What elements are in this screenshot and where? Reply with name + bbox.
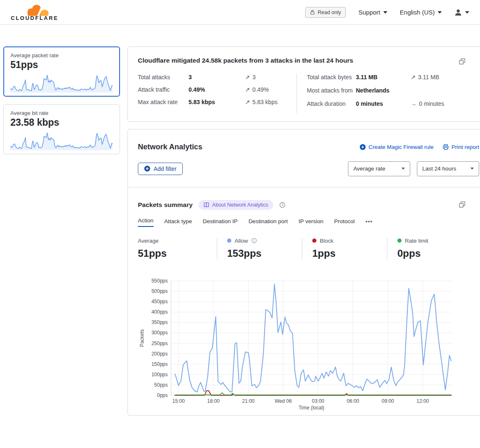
metric-label: Average bit rate	[10, 110, 113, 116]
stat-row-max-attack-rate: Max attack rate 5.83 kbps ↗5.83 kbps	[138, 98, 296, 106]
tab-action[interactable]: Action	[138, 217, 154, 227]
stat-row-attack-traffic: Attack traffic 0.49% ↗0.49%	[138, 86, 296, 94]
stat-row-total-attack-bytes: Total attack bytes 3.11 MB ↗3.11 MB	[307, 73, 479, 81]
history-clock-icon[interactable]	[279, 202, 286, 208]
metric-card-packet-rate[interactable]: Average packet rate 51pps	[3, 46, 120, 97]
packets-summary-panel: Packets summary About Network Analytics	[128, 187, 480, 415]
breakdown-tabs: Action Attack type Destination IP Destin…	[138, 217, 479, 227]
network-analytics-card: Network Analytics Create Magic Firewall …	[127, 129, 480, 416]
time-range-select[interactable]: Last 24 hours	[417, 161, 479, 176]
user-icon	[454, 9, 462, 16]
svg-text:350pps: 350pps	[152, 319, 168, 325]
svg-text:250pps: 250pps	[152, 340, 168, 346]
svg-text:Time (local): Time (local)	[299, 405, 324, 411]
svg-text:300pps: 300pps	[152, 330, 168, 336]
rate-limit-dot	[397, 239, 402, 243]
more-tabs-button[interactable]: •••	[365, 218, 372, 227]
svg-text:400pps: 400pps	[152, 309, 168, 315]
svg-text:Packets: Packets	[139, 329, 145, 347]
page-title: Network Analytics	[138, 143, 360, 151]
svg-text:12:00: 12:00	[416, 398, 429, 404]
summary-stats-left: Total attacks 3 ↗3 Attack traffic 0.49% …	[138, 73, 296, 113]
lock-icon	[310, 10, 315, 15]
svg-text:21:00: 21:00	[242, 398, 255, 404]
stat-row-attack-duration: Attack duration 0 minutes →0 minutes	[307, 100, 479, 108]
summary-title: Cloudflare mitigated 24.58k packets from…	[138, 57, 479, 64]
metric-label: Average packet rate	[10, 52, 113, 58]
chevron-down-icon	[438, 11, 442, 14]
plus-circle-icon	[144, 166, 150, 172]
create-magic-firewall-rule-link[interactable]: Create Magic Firewall rule	[360, 144, 433, 150]
svg-text:06:00: 06:00	[347, 398, 359, 404]
copy-icon[interactable]	[458, 58, 466, 67]
plus-circle-icon	[360, 144, 366, 150]
chevron-down-icon	[470, 168, 474, 170]
svg-text:09:00: 09:00	[382, 398, 394, 404]
trend-up-icon: ↗	[245, 86, 250, 94]
read-only-badge: Read only	[305, 7, 346, 18]
allow-dot	[227, 239, 231, 243]
svg-text:0pps: 0pps	[157, 392, 168, 398]
top-header: CLOUDFLARE Read only Support English (US…	[0, 0, 480, 25]
tab-ip-version[interactable]: IP version	[299, 218, 323, 227]
add-filter-button[interactable]: Add filter	[138, 163, 183, 175]
stat-rate-limit: Rate limit 0pps	[387, 238, 472, 259]
svg-text:Wed 06: Wed 06	[274, 398, 291, 404]
support-menu[interactable]: Support	[358, 9, 387, 16]
trend-up-icon: ↗	[245, 73, 250, 81]
about-network-analytics-badge[interactable]: About Network Analytics	[198, 200, 273, 210]
svg-text:150pps: 150pps	[152, 361, 168, 367]
trend-up-icon: ↗	[411, 73, 416, 81]
cloudflare-logo-text: CLOUDFLARE	[11, 15, 59, 21]
stat-row-total-attacks: Total attacks 3 ↗3	[138, 73, 296, 81]
metric-value: 23.58 kbps	[10, 117, 113, 128]
stat-allow: Allow 153pps	[217, 238, 302, 259]
tab-attack-type[interactable]: Attack type	[164, 218, 192, 227]
account-menu[interactable]	[454, 9, 469, 16]
svg-text:500pps: 500pps	[152, 288, 168, 294]
tab-protocol[interactable]: Protocol	[334, 218, 355, 227]
block-dot	[312, 239, 316, 243]
svg-text:03:00: 03:00	[312, 398, 324, 404]
read-only-label: Read only	[318, 10, 341, 15]
metric-select[interactable]: Average rate	[348, 161, 410, 176]
tab-destination-ip[interactable]: Destination IP	[203, 218, 238, 227]
copy-icon[interactable]	[458, 201, 466, 210]
book-icon	[203, 202, 209, 208]
panel-title: Packets summary	[138, 201, 193, 209]
print-report-link[interactable]: Print report	[443, 144, 479, 150]
trend-up-icon: ↗	[245, 98, 250, 106]
stat-row-most-attacks-from: Most attacks from Netherlands	[307, 87, 479, 95]
language-menu[interactable]: English (US)	[400, 9, 442, 16]
svg-text:450pps: 450pps	[152, 299, 168, 304]
stat-block: Block 1pps	[302, 238, 387, 259]
packets-time-series-chart: 0pps50pps100pps150pps200pps250pps300pps3…	[138, 276, 479, 415]
packet-rate-sparkline	[10, 73, 113, 93]
trend-flat-icon: →	[411, 100, 416, 108]
svg-text:200pps: 200pps	[152, 351, 168, 356]
stat-average: Average 51pps	[138, 238, 217, 259]
packet-stat-row: Average 51pps Allow	[138, 238, 479, 259]
chevron-down-icon	[383, 11, 387, 14]
metric-value: 51pps	[10, 59, 113, 71]
chevron-down-icon	[465, 11, 469, 14]
metric-card-list: Average packet rate 51pps Average bit ra…	[3, 46, 120, 162]
summary-stats-right: Total attack bytes 3.11 MB ↗3.11 MB Most…	[296, 73, 479, 113]
tab-destination-port[interactable]: Destination port	[248, 218, 288, 227]
svg-text:100pps: 100pps	[152, 371, 168, 377]
attack-summary-card: Cloudflare mitigated 24.58k packets from…	[127, 46, 480, 122]
svg-text:50pps: 50pps	[154, 382, 168, 388]
chevron-down-icon	[402, 168, 405, 170]
info-icon[interactable]	[251, 238, 257, 243]
metric-card-bit-rate[interactable]: Average bit rate 23.58 kbps	[3, 104, 120, 154]
svg-text:18:00: 18:00	[207, 398, 220, 404]
svg-text:15:00: 15:00	[172, 398, 185, 404]
bit-rate-sparkline	[10, 130, 113, 151]
cloudflare-logo[interactable]: CLOUDFLARE	[11, 3, 56, 22]
printer-icon	[443, 144, 449, 150]
svg-text:550pps: 550pps	[152, 278, 168, 284]
